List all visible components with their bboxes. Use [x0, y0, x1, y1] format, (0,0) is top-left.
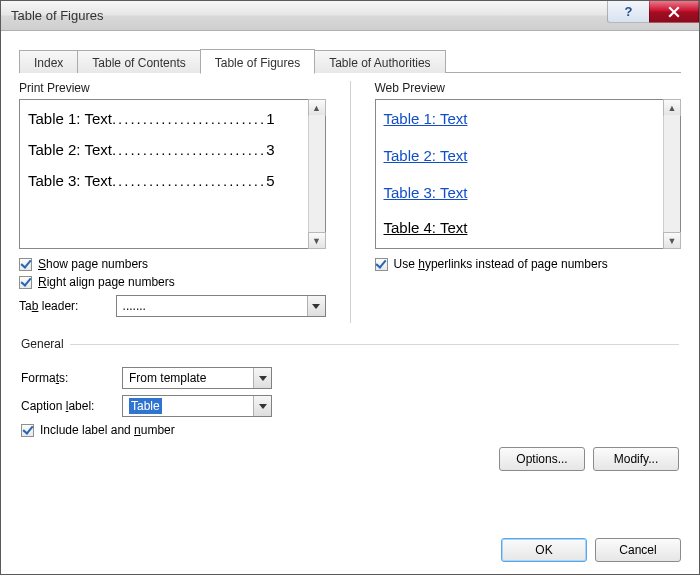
general-group: General Formats: From template Caption l…: [21, 337, 679, 471]
tab-leader-row: Tab leader: .......: [19, 295, 326, 317]
print-row-text: Table 1: Text: [28, 110, 112, 127]
close-button[interactable]: [649, 1, 699, 23]
right-align-checkbox[interactable]: [19, 276, 32, 289]
print-preview-label: Print Preview: [19, 81, 326, 95]
tab-leader-label: Tab leader:: [19, 299, 110, 313]
formats-value: From template: [123, 371, 253, 385]
show-page-numbers-label: Show page numbers: [38, 257, 148, 271]
formats-combo[interactable]: From template: [122, 367, 272, 389]
tab-body: Print Preview Table 1: Text.............…: [19, 73, 681, 562]
leader-dots: .........................: [112, 172, 266, 189]
print-preview-box: Table 1: Text.........................1 …: [19, 99, 326, 249]
web-preview-scrollbar[interactable]: ▲ ▼: [663, 100, 680, 248]
print-preview-content: Table 1: Text.........................1 …: [20, 100, 308, 248]
close-icon: [668, 6, 680, 18]
print-preview-scrollbar[interactable]: ▲ ▼: [308, 100, 325, 248]
show-page-numbers-checkbox[interactable]: [19, 258, 32, 271]
print-row-page: 5: [266, 172, 274, 189]
include-label-label: Include label and number: [40, 423, 175, 437]
leader-dots: .........................: [112, 141, 266, 158]
help-button[interactable]: ?: [607, 1, 649, 23]
scroll-track[interactable]: [309, 115, 325, 233]
use-hyperlinks-row[interactable]: Use hyperlinks instead of page numbers: [375, 257, 682, 271]
preview-row: Print Preview Table 1: Text.............…: [19, 81, 681, 323]
scroll-up-button[interactable]: ▲: [308, 99, 326, 116]
general-actions: Options... Modify...: [21, 447, 679, 471]
tab-table-of-authorities[interactable]: Table of Authorities: [314, 50, 445, 73]
scroll-up-button[interactable]: ▲: [663, 99, 681, 116]
dialog-footer: OK Cancel: [19, 530, 681, 562]
print-options: Show page numbers Right align page numbe…: [19, 257, 326, 317]
tab-table-of-contents[interactable]: Table of Contents: [77, 50, 200, 73]
tab-index[interactable]: Index: [19, 50, 78, 73]
tab-table-of-figures[interactable]: Table of Figures: [200, 49, 315, 74]
titlebar[interactable]: Table of Figures ?: [1, 1, 699, 31]
web-preview-content: Table 1: Text Table 2: Text Table 3: Tex…: [376, 100, 664, 248]
tab-leader-value: .......: [117, 299, 307, 313]
vertical-divider: [350, 81, 351, 323]
ok-button[interactable]: OK: [501, 538, 587, 562]
print-preview-col: Print Preview Table 1: Text.............…: [19, 81, 326, 323]
chevron-down-icon[interactable]: [253, 368, 271, 388]
leader-dots: .........................: [112, 110, 266, 127]
print-row: Table 1: Text.........................1: [28, 110, 300, 127]
tab-leader-combo[interactable]: .......: [116, 295, 326, 317]
use-hyperlinks-label: Use hyperlinks instead of page numbers: [394, 257, 608, 271]
options-button[interactable]: Options...: [499, 447, 585, 471]
web-link: Table 2: Text: [384, 147, 468, 164]
show-page-numbers-row[interactable]: Show page numbers: [19, 257, 326, 271]
web-preview-col: Web Preview Table 1: Text Table 2: Text …: [375, 81, 682, 323]
print-row: Table 2: Text.........................3: [28, 141, 300, 158]
web-link: Table 3: Text: [384, 184, 468, 201]
print-row-text: Table 3: Text: [28, 172, 112, 189]
print-row-text: Table 2: Text: [28, 141, 112, 158]
print-row-page: 1: [266, 110, 274, 127]
caption-label-value: Table: [123, 399, 253, 413]
tabstrip: Index Table of Contents Table of Figures…: [19, 49, 681, 73]
print-row-page: 3: [266, 141, 274, 158]
caption-label-row: Caption label: Table: [21, 395, 679, 417]
web-options: Use hyperlinks instead of page numbers: [375, 257, 682, 271]
general-legend: General: [21, 337, 70, 351]
right-align-row[interactable]: Right align page numbers: [19, 275, 326, 289]
scroll-track[interactable]: [664, 115, 680, 233]
chevron-down-icon[interactable]: [307, 296, 325, 316]
titlebar-buttons: ?: [607, 1, 699, 30]
print-row: Table 3: Text.........................5: [28, 172, 300, 189]
formats-label: Formats:: [21, 371, 116, 385]
caption-label-label: Caption label:: [21, 399, 116, 413]
dialog-title: Table of Figures: [11, 8, 607, 23]
formats-row: Formats: From template: [21, 367, 679, 389]
scroll-down-button[interactable]: ▼: [663, 232, 681, 249]
dialog-window: Table of Figures ? Index Table of Conten…: [0, 0, 700, 575]
dialog-body: Index Table of Contents Table of Figures…: [1, 31, 699, 574]
web-link: Table 4: Text: [384, 219, 468, 236]
right-align-label: Right align page numbers: [38, 275, 175, 289]
scroll-down-button[interactable]: ▼: [308, 232, 326, 249]
web-link: Table 1: Text: [384, 110, 468, 127]
chevron-down-icon[interactable]: [253, 396, 271, 416]
cancel-button[interactable]: Cancel: [595, 538, 681, 562]
use-hyperlinks-checkbox[interactable]: [375, 258, 388, 271]
include-label-row[interactable]: Include label and number: [21, 423, 679, 437]
modify-button[interactable]: Modify...: [593, 447, 679, 471]
include-label-checkbox[interactable]: [21, 424, 34, 437]
web-preview-label: Web Preview: [375, 81, 682, 95]
web-preview-box: Table 1: Text Table 2: Text Table 3: Tex…: [375, 99, 682, 249]
caption-label-combo[interactable]: Table: [122, 395, 272, 417]
